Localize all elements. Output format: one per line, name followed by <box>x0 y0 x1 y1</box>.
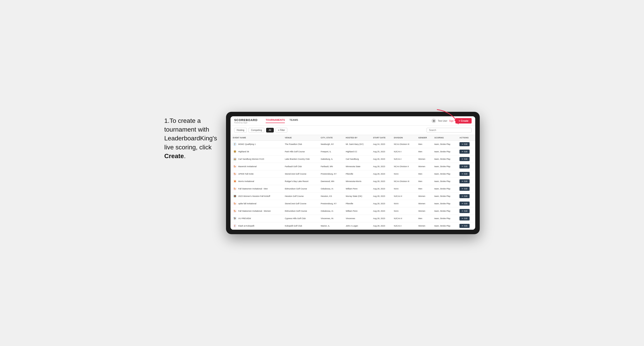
annotation-block: 1.To create a tournament with Leaderboar… <box>164 112 217 161</box>
cell-event-name: 🐎 Fall Statesmen Invitational - Women <box>230 207 282 215</box>
table-row: 🐻 2023 Women's Hesston Fall Kickoff Hess… <box>230 192 475 200</box>
nav-tab-teams[interactable]: TEAMS <box>289 119 298 123</box>
cell-city: Galesburg, IL <box>318 156 344 163</box>
nav-tabs: TOURNAMENTS TEAMS <box>266 119 427 123</box>
cell-scoring: team, Stroke Play <box>432 192 458 200</box>
cell-hosted: Minnesota-Morris <box>344 178 371 185</box>
edit-button[interactable]: ✏ Edit <box>460 165 470 169</box>
cell-city: Prestonsburg, KY <box>318 200 344 207</box>
cell-gender: Men <box>416 215 432 222</box>
cell-event-name: 🦊 Morris Invitational <box>230 178 282 185</box>
cell-hosted: Mt. Saint Mary (NY) <box>344 141 371 148</box>
cell-city: Prestonsburg, KY <box>318 170 344 178</box>
event-name-text: UPIKE Fall Invite <box>238 173 254 175</box>
cell-actions: ✏ Edit <box>457 178 475 185</box>
cell-event-name: 🏌 MSMC Qualifying 1 <box>230 141 282 148</box>
competing-filter[interactable]: Competing <box>248 128 264 133</box>
cell-hosted: Pikeville <box>344 200 371 207</box>
edit-button[interactable]: ✏ Edit <box>460 209 470 213</box>
event-name-text: 2023 Women's Hesston Fall Kickoff <box>238 195 270 197</box>
cell-venue: Kokopelli Golf Club <box>282 222 318 230</box>
cell-hosted: Carl Sandburg <box>344 156 371 163</box>
cell-hosted: Minnesota State <box>344 163 371 170</box>
cell-gender: Women <box>416 207 432 215</box>
cell-date: Aug 28, 2023 <box>371 222 392 230</box>
edit-button[interactable]: ✏ Edit <box>460 201 470 206</box>
cell-scoring: team, Stroke Play <box>432 178 458 185</box>
event-name-text: Highland 36 <box>238 151 249 153</box>
cell-scoring: team, Stroke Play <box>432 170 458 178</box>
cell-actions: ✏ Edit <box>457 222 475 230</box>
cell-hosted: William Penn <box>344 207 371 215</box>
cell-event-name: 🏫 Carl Sandburg Women FA23 <box>230 156 282 163</box>
cell-city: Freeport, IL <box>318 148 344 156</box>
cell-city: Hesston, KS <box>318 192 344 200</box>
edit-button[interactable]: ✏ Edit <box>460 157 470 161</box>
cell-gender: Women <box>416 192 432 200</box>
edit-button[interactable]: ✏ Edit <box>460 150 470 154</box>
all-filter[interactable]: All <box>266 128 274 133</box>
hosting-filter[interactable]: Hosting <box>234 128 247 133</box>
create-button[interactable]: + Create <box>456 118 472 124</box>
cell-hosted: Pikeville <box>344 170 371 178</box>
table-row: 🐎 UPIKE Fall Invite StoneCrest Golf Cour… <box>230 170 475 178</box>
cell-division: NJCAA II <box>392 192 416 200</box>
cell-division: NJCAA I <box>392 156 416 163</box>
cell-event-name: 🦁 Highland 36 <box>230 148 282 156</box>
event-icon: 🦊 <box>233 179 237 183</box>
cell-date: Aug 28, 2023 <box>371 215 392 222</box>
cell-scoring: team, Stroke Play <box>432 222 458 230</box>
col-venue: VENUE <box>282 135 318 141</box>
cell-event-name: 🐎 upike fall invitational <box>230 200 282 207</box>
filter-bar: Hosting Competing All ≡ Filter <box>230 126 475 135</box>
gear-icon[interactable]: ⚙ <box>432 119 436 123</box>
table-row: 🏌 Klash at Kokopelli Kokopelli Golf Club… <box>230 222 475 230</box>
cell-venue: The Powelton Club <box>282 141 318 148</box>
cell-date: Aug 28, 2023 <box>371 185 392 192</box>
event-icon: 🏌 <box>233 224 237 228</box>
cell-scoring: team, Stroke Play <box>432 141 458 148</box>
cell-actions: ✏ Edit <box>457 156 475 163</box>
nav-tab-tournaments[interactable]: TOURNAMENTS <box>266 119 285 123</box>
cell-actions: ✏ Edit <box>457 185 475 192</box>
cell-event-name: 🏌 Klash at Kokopelli <box>230 222 282 230</box>
cell-date: Aug 28, 2023 <box>371 170 392 178</box>
event-name-text: Maverick Invitational <box>238 165 257 168</box>
event-name-text: VU PREVIEW <box>238 217 251 220</box>
search-input[interactable] <box>426 128 472 133</box>
col-city: CITY, STATE <box>318 135 344 141</box>
table-row: 🦁 Highland 36 Park Hills Golf Course Fre… <box>230 148 475 156</box>
cell-scoring: team, Stroke Play <box>432 148 458 156</box>
edit-button[interactable]: ✏ Edit <box>460 224 470 228</box>
event-icon: 🐎 <box>233 187 237 191</box>
cell-hosted: John A Logan <box>344 222 371 230</box>
event-name-text: Fall Statesmen Invitational - Men <box>238 188 268 190</box>
cell-actions: ✏ Edit <box>457 192 475 200</box>
cell-gender: Men <box>416 178 432 185</box>
filter-pill[interactable]: ≡ Filter <box>276 128 288 133</box>
edit-button[interactable]: ✏ Edit <box>460 142 470 146</box>
edit-button[interactable]: ✏ Edit <box>460 194 470 198</box>
edit-button[interactable]: ✏ Edit <box>460 172 470 176</box>
cell-venue: Cypress Hills Golf Club <box>282 215 318 222</box>
cell-event-name: 🐎 Maverick Invitational <box>230 163 282 170</box>
logo-area: SCOREBOARD Powered by Clippit <box>234 118 258 124</box>
table-row: 🏫 Carl Sandburg Women FA23 Lake Bracken … <box>230 156 475 163</box>
cell-city: Deerwood, MN <box>318 178 344 185</box>
cell-venue: Faribault Golf Club <box>282 163 318 170</box>
edit-button[interactable]: ✏ Edit <box>460 216 470 220</box>
cell-hosted: William Penn <box>344 185 371 192</box>
cell-hosted: Murray State (OK) <box>344 192 371 200</box>
edit-button[interactable]: ✏ Edit <box>460 179 470 183</box>
event-name-text: Klash at Kokopelli <box>238 225 254 227</box>
event-icon: 🐎 <box>233 165 237 169</box>
event-icon: 🐎 <box>233 201 237 206</box>
col-division: DIVISION <box>392 135 416 141</box>
table-container: EVENT NAME VENUE CITY, STATE HOSTED BY S… <box>230 135 475 230</box>
edit-button[interactable]: ✏ Edit <box>460 187 470 191</box>
cell-city: Marion, IL <box>318 222 344 230</box>
table-row: 🐎 Fall Statesmen Invitational - Women Ed… <box>230 207 475 215</box>
sign-in-link[interactable]: Sign <box>449 120 454 122</box>
cell-actions: ✏ Edit <box>457 170 475 178</box>
page-wrapper: 1.To create a tournament with Leaderboar… <box>164 112 480 234</box>
